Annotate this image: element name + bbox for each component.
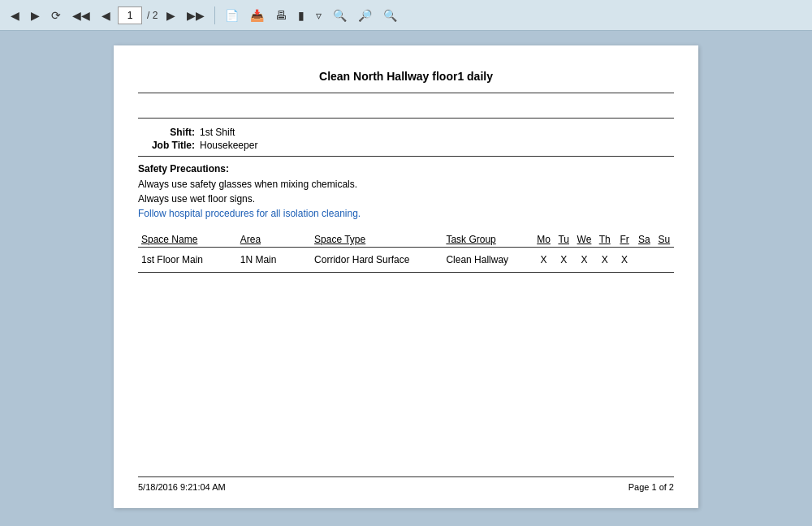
- layout-button[interactable]: ▮: [294, 6, 309, 24]
- page-of-label: / 2: [147, 10, 158, 21]
- refresh-button[interactable]: ⟳: [47, 6, 65, 24]
- shift-label: Shift:: [138, 127, 195, 138]
- shift-value: 1st Shift: [200, 127, 235, 138]
- info-section: Shift: 1st Shift Job Title: Housekeeper: [138, 127, 674, 151]
- skip-back-button[interactable]: ◀◀: [68, 6, 94, 24]
- footer-page: Page 1 of 2: [628, 482, 674, 492]
- table-header-row: Space Name Area Space Type Task Group Mo…: [138, 232, 674, 248]
- info-top-divider: [138, 118, 674, 119]
- job-title-row: Job Title: Housekeeper: [138, 140, 674, 151]
- col-th: Th: [595, 232, 615, 248]
- print-button[interactable]: 🖶: [271, 6, 291, 24]
- toolbar: ◀ ▶ ⟳ ◀◀ ◀ 1 / 2 ▶ ▶▶ 📄 📥 🖶 ▮ ▿ 🔍 🔎 🔍: [0, 0, 812, 31]
- title-divider: [138, 93, 674, 93]
- filter-button[interactable]: ▿: [312, 6, 326, 24]
- col-fr: Fr: [615, 232, 634, 248]
- document-button[interactable]: 📄: [221, 6, 243, 24]
- table-row: 1st Floor Main1N MainCorridor Hard Surfa…: [138, 248, 674, 273]
- col-mo: Mo: [533, 232, 554, 248]
- safety-heading: Safety Precautions:: [138, 163, 674, 175]
- col-area: Area: [237, 232, 311, 248]
- prev-page-button[interactable]: ◀: [97, 6, 114, 24]
- col-sa: Sa: [634, 232, 654, 248]
- download-button[interactable]: 📥: [246, 6, 268, 24]
- search-button[interactable]: 🔍: [379, 6, 401, 24]
- page-number-input[interactable]: 1: [118, 6, 142, 24]
- job-title-value: Housekeeper: [200, 140, 257, 151]
- next-page-button[interactable]: ▶: [162, 6, 179, 24]
- safety-line1: Always use safety glasses when mixing ch…: [138, 177, 674, 192]
- space-table: Space Name Area Space Type Task Group Mo…: [138, 232, 674, 273]
- safety-line3: Follow hospital procedures for all isola…: [138, 206, 674, 221]
- skip-forward-button[interactable]: ▶▶: [183, 6, 209, 24]
- back-button[interactable]: ◀: [6, 6, 24, 24]
- forward-button[interactable]: ▶: [27, 6, 44, 24]
- info-bottom-divider: [138, 156, 674, 157]
- zoom-out-button[interactable]: 🔎: [354, 6, 376, 24]
- job-title-label: Job Title:: [138, 140, 195, 151]
- document-footer: 5/18/2016 9:21:04 AM Page 1 of 2: [138, 476, 674, 492]
- main-area: Clean North Hallway floor1 daily Shift: …: [0, 31, 812, 526]
- document-page: Clean North Hallway floor1 daily Shift: …: [114, 45, 698, 508]
- document-title: Clean North Hallway floor1 daily: [138, 70, 674, 83]
- shift-row: Shift: 1st Shift: [138, 127, 674, 138]
- col-su: Su: [654, 232, 674, 248]
- safety-line2: Always use wet floor signs.: [138, 192, 674, 206]
- col-we: We: [573, 232, 594, 248]
- col-space-name: Space Name: [138, 232, 237, 248]
- separator-1: [214, 6, 215, 24]
- zoom-in-button[interactable]: 🔍: [329, 6, 351, 24]
- footer-timestamp: 5/18/2016 9:21:04 AM: [138, 482, 226, 492]
- col-tu: Tu: [554, 232, 573, 248]
- col-space-type: Space Type: [311, 232, 443, 248]
- col-task-group: Task Group: [443, 232, 533, 248]
